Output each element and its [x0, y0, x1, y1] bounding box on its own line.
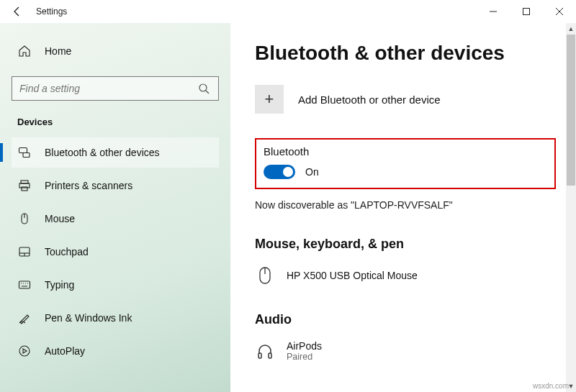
maximize-button[interactable]	[510, 0, 543, 23]
sidebar: Home Devices Bluetooth & other devices	[0, 23, 230, 392]
window-controls	[477, 0, 576, 23]
bluetooth-section-highlight: Bluetooth On	[255, 138, 556, 189]
minimize-button[interactable]	[477, 0, 510, 23]
bluetooth-toggle[interactable]	[264, 165, 295, 179]
svg-rect-25	[258, 353, 261, 358]
bluetooth-icon	[17, 145, 32, 160]
mouse-keyboard-pen-heading: Mouse, keyboard, & pen	[255, 237, 556, 252]
device-name: AirPods	[287, 340, 322, 352]
category-label: Devices	[17, 117, 219, 127]
back-button[interactable]	[9, 3, 26, 20]
nav-label: AutoPlay	[45, 345, 85, 357]
page-title: Bluetooth & other devices	[255, 42, 556, 65]
nav-label: Touchpad	[45, 246, 89, 257]
scroll-up-arrow[interactable]: ▲	[566, 23, 576, 35]
bluetooth-section-label: Bluetooth	[264, 145, 547, 158]
content-pane: Bluetooth & other devices + Add Bluetoot…	[230, 23, 576, 392]
watermark: wsxdn.com	[533, 382, 569, 390]
mouse-icon	[17, 211, 32, 226]
nav-touchpad[interactable]: Touchpad	[12, 237, 219, 267]
search-input[interactable]	[19, 83, 197, 94]
svg-rect-7	[23, 153, 30, 158]
touchpad-icon	[17, 245, 32, 259]
window-title: Settings	[36, 6, 67, 17]
printer-icon	[17, 178, 32, 193]
nav-printers-scanners[interactable]: Printers & scanners	[12, 170, 219, 201]
nav-mouse[interactable]: Mouse	[12, 204, 219, 234]
headphones-icon	[256, 340, 274, 362]
nav-label: Printers & scanners	[45, 180, 132, 191]
svg-rect-26	[269, 353, 271, 358]
nav-autoplay[interactable]: AutoPlay	[12, 336, 219, 366]
nav-pen-ink[interactable]: Pen & Windows Ink	[12, 303, 219, 333]
svg-rect-1	[523, 9, 530, 15]
discoverable-text: Now discoverable as "LAPTOP-RVVFSALF"	[255, 199, 556, 211]
plus-icon: +	[255, 85, 284, 114]
autoplay-icon	[17, 344, 32, 358]
nav-typing[interactable]: Typing	[12, 270, 219, 300]
svg-rect-6	[19, 148, 27, 153]
home-nav[interactable]: Home	[12, 36, 219, 66]
keyboard-icon	[17, 278, 32, 292]
home-icon	[17, 44, 32, 58]
device-airpods-row[interactable]: AirPods Paired	[255, 336, 556, 366]
nav-label: Typing	[45, 279, 74, 291]
audio-heading: Audio	[255, 312, 556, 327]
device-mouse-row[interactable]: HP X500 USB Optical Mouse	[255, 260, 556, 291]
svg-rect-16	[19, 281, 30, 288]
vertical-scrollbar[interactable]: ▲ ▼	[566, 23, 576, 392]
add-device-label: Add Bluetooth or other device	[298, 94, 441, 106]
search-box[interactable]	[12, 76, 219, 101]
nav-label: Mouse	[45, 213, 75, 224]
close-button[interactable]	[543, 0, 576, 23]
home-label: Home	[45, 45, 71, 57]
svg-point-22	[19, 346, 30, 356]
svg-line-5	[206, 91, 209, 94]
bluetooth-toggle-state: On	[305, 166, 319, 178]
nav-label: Pen & Windows Ink	[45, 312, 132, 324]
titlebar: Settings	[0, 0, 576, 23]
nav-label: Bluetooth & other devices	[45, 147, 160, 158]
mouse-icon	[256, 265, 274, 286]
nav-list: Bluetooth & other devices Printers & sca…	[12, 137, 219, 366]
add-device-button[interactable]: + Add Bluetooth or other device	[255, 85, 556, 114]
search-icon	[197, 81, 211, 96]
device-status: Paired	[287, 352, 322, 362]
svg-rect-8	[21, 181, 28, 183]
device-name: HP X500 USB Optical Mouse	[287, 270, 418, 281]
scrollbar-thumb[interactable]	[567, 35, 575, 186]
svg-point-4	[199, 84, 207, 91]
pen-icon	[17, 311, 32, 325]
nav-bluetooth-devices[interactable]: Bluetooth & other devices	[12, 137, 219, 168]
